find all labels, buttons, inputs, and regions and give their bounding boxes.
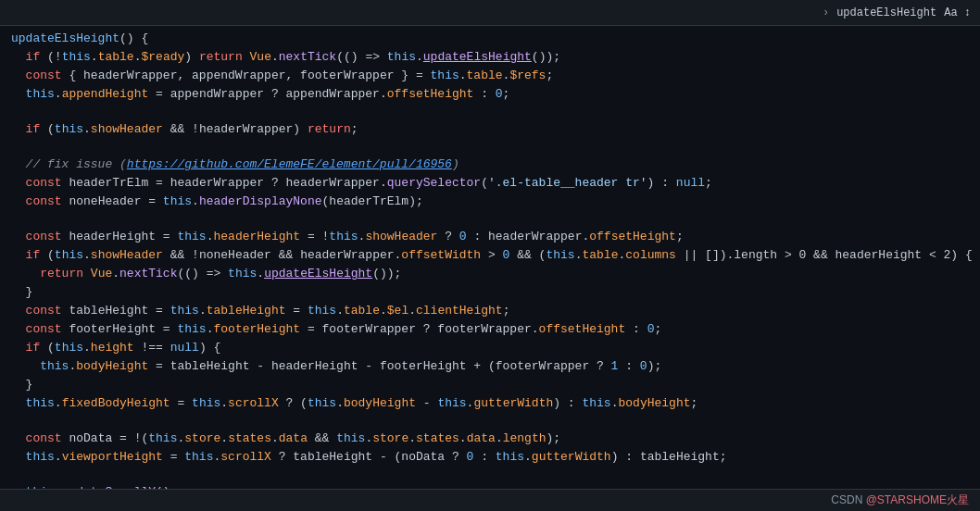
bottom-bar: CSDN @STARSHOME火星 [0, 489, 980, 511]
code-line: } [0, 285, 980, 304]
top-bar: › updateElsHeight Aa ↕ [0, 0, 980, 26]
code-line: return Vue.nextTick(() => this.updateEls… [0, 267, 980, 285]
empty-line [0, 213, 980, 230]
code-line: const tableHeight = this.tableHeight = t… [0, 304, 980, 322]
code-line: const noneHeader = this.headerDisplayNon… [0, 194, 980, 213]
code-line: const headerTrElm = headerWrapper ? head… [0, 176, 980, 194]
code-line: } [0, 378, 980, 396]
breadcrumb-icon: › [823, 6, 829, 19]
code-line: this.bodyHeight = tableHeight - headerHe… [0, 359, 980, 378]
function-breadcrumb: updateElsHeight [836, 6, 936, 19]
code-line: // fix issue (https://github.com/ElemeFE… [0, 157, 980, 176]
code-line: if (this.showHeader && !headerWrapper) r… [0, 122, 980, 141]
watermark: CSDN @STARSHOME火星 [831, 492, 969, 508]
code-line: const footerHeight = this.footerHeight =… [0, 322, 980, 341]
code-line: if (!this.table.$ready) return Vue.nextT… [0, 50, 980, 69]
code-line: const noData = !(this.store.states.data … [0, 431, 980, 450]
code-line: const headerHeight = this.headerHeight =… [0, 230, 980, 248]
code-line: this.fixedBodyHeight = this.scrollX ? (t… [0, 396, 980, 415]
code-line: this.viewportHeight = this.scrollX ? tab… [0, 450, 980, 468]
code-line: updateElsHeight() { [0, 31, 980, 50]
code-line: const { headerWrapper, appendWrapper, fo… [0, 69, 980, 87]
editor-options[interactable]: Aa ↕ [944, 6, 971, 19]
code-line: this.appendHeight = appendWrapper ? appe… [0, 87, 980, 106]
empty-line [0, 141, 980, 157]
editor-container: › updateElsHeight Aa ↕ updateElsHeight()… [0, 0, 980, 511]
empty-line [0, 415, 980, 431]
code-line: this.updateScrollY(); [0, 485, 980, 489]
empty-line [0, 106, 980, 122]
empty-line [0, 468, 980, 485]
code-line: if (this.height !== null) { [0, 341, 980, 359]
code-area: updateElsHeight() { if (!this.table.$rea… [0, 26, 980, 489]
code-line: if (this.showHeader && !noneHeader && he… [0, 248, 980, 267]
